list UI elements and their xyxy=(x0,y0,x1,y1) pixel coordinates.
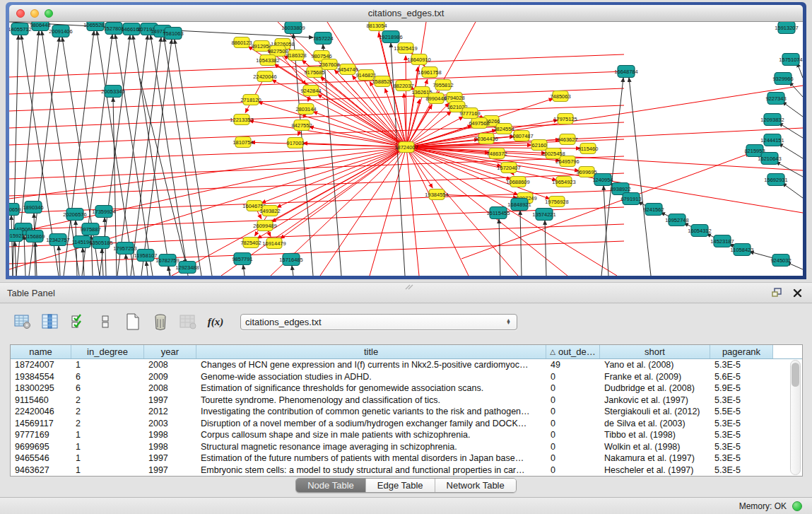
table-cell: 2009 xyxy=(144,371,196,383)
column-header-name[interactable]: name xyxy=(11,345,71,358)
table-toolbar: f(x) citations_edges.txt ▲▼ xyxy=(13,311,517,332)
table-cell: Tibbo et al. (1998) xyxy=(600,429,710,441)
table-row[interactable]: 946362711997Embryonic stem cells: a mode… xyxy=(11,465,802,477)
node-label: 8938922 xyxy=(610,186,630,192)
float-panel-icon[interactable] xyxy=(772,288,783,298)
table-panel-header: Table Panel xyxy=(0,282,812,303)
table-row[interactable]: 977716911998Corpus callosum shape and si… xyxy=(11,429,802,441)
column-header-short[interactable]: short xyxy=(600,345,710,358)
citation-edge xyxy=(406,147,433,188)
function-builder-icon[interactable]: f(x) xyxy=(206,312,225,332)
network-window-titlebar[interactable]: citations_edges.txt xyxy=(9,5,803,22)
network-canvas[interactable]: 1872400788601238912954182260589827508818… xyxy=(9,22,803,276)
table-row[interactable]: 1872400712008Changes of HCN gene express… xyxy=(11,359,802,371)
node-label: 3915921 xyxy=(9,233,25,239)
node-label: 3824554 xyxy=(493,126,514,132)
node-label: 18724007 xyxy=(394,144,418,151)
network-edge xyxy=(499,219,500,276)
table-cell: 1998 xyxy=(144,429,196,441)
table-row[interactable]: 911546021997Tourette syndrome. Phenomeno… xyxy=(11,395,802,407)
node-label: 16210643 xyxy=(758,156,781,162)
node-label: 9115460 xyxy=(578,146,599,152)
node-label: 8186328 xyxy=(286,52,306,59)
column-header-label: in_degree xyxy=(87,346,128,357)
node-label: 7955812 xyxy=(433,82,453,88)
tab-network-table[interactable]: Network Table xyxy=(435,479,516,492)
node-label: 15115455 xyxy=(487,210,510,216)
table-select-dropdown[interactable]: citations_edges.txt ▲▼ xyxy=(240,314,517,330)
table-row[interactable]: 1938455462009Genome-wide association stu… xyxy=(11,371,802,383)
select-all-icon[interactable] xyxy=(68,312,88,332)
table-cell: Estimation of significance thresholds fo… xyxy=(196,382,546,395)
network-edge xyxy=(115,35,153,276)
node-label: 7857224 xyxy=(312,35,333,42)
select-columns-icon[interactable] xyxy=(40,312,60,332)
table-cell: Structural magnetic resonance image aver… xyxy=(196,441,546,453)
tab-edge-table[interactable]: Edge Table xyxy=(366,479,435,492)
tab-node-table[interactable]: Node Table xyxy=(296,479,366,492)
network-edge xyxy=(126,255,127,276)
close-panel-icon[interactable] xyxy=(793,288,802,298)
node-label: 17975125 xyxy=(553,116,577,122)
node-label: 19384554 xyxy=(425,192,448,198)
node-label: 1890346 xyxy=(23,204,43,211)
column-header-year[interactable]: year xyxy=(144,345,196,358)
network-edge xyxy=(779,123,803,138)
panel-title: Table Panel xyxy=(7,288,55,298)
table-cell: 2 xyxy=(71,406,144,418)
table-cell: 19384554 xyxy=(11,371,71,383)
node-label: 2803144 xyxy=(295,106,316,112)
table-cell: 18300295 xyxy=(11,382,71,395)
memory-ok-indicator[interactable] xyxy=(792,501,802,511)
sort-ascending-icon: △ xyxy=(550,348,555,356)
table-cell: 0 xyxy=(546,382,600,395)
status-bar: Memory: OK xyxy=(0,497,812,514)
network-edge xyxy=(320,147,406,276)
table-row[interactable]: 2242004622012Investigating the contribut… xyxy=(11,406,802,418)
table-select-value: citations_edges.txt xyxy=(245,317,506,327)
table-cell: Yano et al. (2008) xyxy=(600,359,710,371)
delete-table-icon[interactable] xyxy=(178,312,198,332)
table-header-row: namein_degreeyeartitle△out_de…shortpager… xyxy=(11,345,802,359)
node-label: 9857791 xyxy=(232,256,252,262)
table-cell: 5.3E-5 xyxy=(710,395,773,407)
network-edge xyxy=(292,266,293,276)
table-cell: 5.3E-5 xyxy=(710,359,773,371)
node-label: 12213357 xyxy=(230,117,253,123)
table-cell: 6 xyxy=(71,371,144,383)
column-header-out_de[interactable]: △out_de… xyxy=(546,345,600,358)
scrollbar-thumb[interactable] xyxy=(792,363,799,387)
table-cell: 6 xyxy=(71,382,144,395)
network-window: citations_edges.txt 18724007886012389129… xyxy=(6,2,806,279)
table-cell: 14569117 xyxy=(11,418,71,430)
node-label: 8990448 xyxy=(425,95,446,102)
network-edge xyxy=(782,102,803,117)
node-label: 9827508 xyxy=(267,48,288,54)
column-header-pagerank[interactable]: pagerank xyxy=(710,345,773,358)
table-row[interactable]: 1456911722003Disruption of a novel membe… xyxy=(11,418,802,430)
node-label: 19654923 xyxy=(552,179,575,185)
table-row[interactable]: 1830029562008Estimation of significance … xyxy=(11,382,802,395)
column-header-in_degree[interactable]: in_degree xyxy=(71,345,144,358)
table-row[interactable]: 946554611997Estimation of the future num… xyxy=(11,452,802,465)
new-column-icon[interactable] xyxy=(123,312,143,332)
table-cell: Estimation of the future numbers of pati… xyxy=(196,452,546,465)
delete-column-icon[interactable] xyxy=(151,312,170,332)
column-header-title[interactable]: title xyxy=(196,345,546,358)
node-label: 8860123 xyxy=(231,40,252,46)
citation-edge xyxy=(313,112,406,147)
node-label: 14055712 xyxy=(9,26,32,33)
node-label: 14523187 xyxy=(710,238,734,245)
network-edge xyxy=(243,265,245,276)
clear-selection-icon[interactable] xyxy=(95,312,115,332)
node-label: 13574221 xyxy=(532,211,555,218)
node-label: 8454749 xyxy=(337,66,358,73)
panel-resize-grip[interactable] xyxy=(405,284,413,290)
table-settings-icon[interactable] xyxy=(13,312,33,332)
vertical-scrollbar[interactable] xyxy=(790,360,801,475)
table-row[interactable]: 969969511998Structural magnetic resonanc… xyxy=(11,441,802,453)
table-cell: 1 xyxy=(71,452,144,465)
node-label: 62160 xyxy=(532,142,547,148)
network-edge xyxy=(146,262,148,276)
network-edge xyxy=(117,35,148,276)
